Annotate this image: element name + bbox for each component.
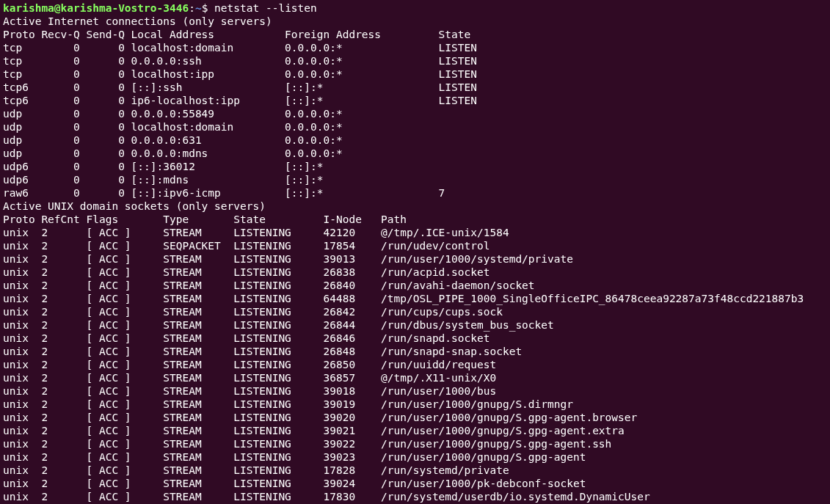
inet-row: udp6 0 0 [::]:mdns [::]:* [3, 173, 827, 186]
inet-row: tcp 0 0 0.0.0.0:ssh 0.0.0.0:* LISTEN [3, 54, 827, 67]
unix-row: unix 2 [ ACC ] STREAM LISTENING 39021 /r… [3, 424, 827, 437]
inet-row: tcp6 0 0 [::]:ssh [::]:* LISTEN [3, 81, 827, 94]
unix-columns: Proto RefCnt Flags Type State I-Node Pat… [3, 213, 827, 226]
unix-row: unix 2 [ ACC ] STREAM LISTENING 36857 @/… [3, 371, 827, 384]
inet-row: tcp6 0 0 ip6-localhost:ipp [::]:* LISTEN [3, 94, 827, 107]
prompt-path: ~ [195, 2, 202, 14]
unix-row: unix 2 [ ACC ] STREAM LISTENING 26850 /r… [3, 358, 827, 371]
inet-row: tcp 0 0 localhost:domain 0.0.0.0:* LISTE… [3, 41, 827, 54]
unix-rows-container: unix 2 [ ACC ] STREAM LISTENING 42120 @/… [3, 226, 827, 503]
unix-row: unix 2 [ ACC ] STREAM LISTENING 39023 /r… [3, 450, 827, 464]
inet-row: udp 0 0 0.0.0.0:55849 0.0.0.0:* [3, 107, 827, 120]
inet-rows-container: tcp 0 0 localhost:domain 0.0.0.0:* LISTE… [3, 41, 827, 200]
inet-header: Active Internet connections (only server… [3, 15, 827, 28]
unix-row: unix 2 [ ACC ] STREAM LISTENING 39022 /r… [3, 437, 827, 450]
unix-row: unix 2 [ ACC ] STREAM LISTENING 17828 /r… [3, 464, 827, 477]
unix-row: unix 2 [ ACC ] STREAM LISTENING 39019 /r… [3, 398, 827, 411]
prompt-user-host: karishma@karishma-Vostro-3446 [3, 2, 189, 14]
unix-row: unix 2 [ ACC ] STREAM LISTENING 17830 /r… [3, 490, 827, 503]
inet-columns: Proto Recv-Q Send-Q Local Address Foreig… [3, 28, 827, 41]
unix-row: unix 2 [ ACC ] SEQPACKET LISTENING 17854… [3, 239, 827, 252]
inet-row: udp 0 0 0.0.0.0:631 0.0.0.0:* [3, 134, 827, 147]
unix-row: unix 2 [ ACC ] STREAM LISTENING 64488 /t… [3, 292, 827, 305]
inet-row: udp6 0 0 [::]:36012 [::]:* [3, 160, 827, 173]
inet-row: udp 0 0 0.0.0.0:mdns 0.0.0.0:* [3, 147, 827, 160]
inet-row: tcp 0 0 localhost:ipp 0.0.0.0:* LISTEN [3, 67, 827, 81]
unix-row: unix 2 [ ACC ] STREAM LISTENING 26840 /r… [3, 279, 827, 292]
unix-header: Active UNIX domain sockets (only servers… [3, 200, 827, 213]
unix-row: unix 2 [ ACC ] STREAM LISTENING 26848 /r… [3, 345, 827, 358]
unix-row: unix 2 [ ACC ] STREAM LISTENING 39013 /r… [3, 252, 827, 266]
prompt-colon: : [189, 2, 195, 14]
unix-row: unix 2 [ ACC ] STREAM LISTENING 39024 /r… [3, 477, 827, 490]
terminal-output[interactable]: karishma@karishma-Vostro-3446:~$ netstat… [3, 1, 827, 503]
inet-row: raw6 0 0 [::]:ipv6-icmp [::]:* 7 [3, 186, 827, 200]
unix-row: unix 2 [ ACC ] STREAM LISTENING 26844 /r… [3, 318, 827, 332]
unix-row: unix 2 [ ACC ] STREAM LISTENING 39020 /r… [3, 411, 827, 424]
prompt-line: karishma@karishma-Vostro-3446:~$ netstat… [3, 1, 827, 15]
command-text: netstat --listen [214, 2, 317, 14]
inet-row: udp 0 0 localhost:domain 0.0.0.0:* [3, 120, 827, 134]
prompt-dollar: $ [202, 2, 214, 14]
unix-row: unix 2 [ ACC ] STREAM LISTENING 26842 /r… [3, 305, 827, 318]
unix-row: unix 2 [ ACC ] STREAM LISTENING 42120 @/… [3, 226, 827, 239]
unix-row: unix 2 [ ACC ] STREAM LISTENING 39018 /r… [3, 384, 827, 398]
unix-row: unix 2 [ ACC ] STREAM LISTENING 26846 /r… [3, 332, 827, 345]
unix-row: unix 2 [ ACC ] STREAM LISTENING 26838 /r… [3, 266, 827, 279]
